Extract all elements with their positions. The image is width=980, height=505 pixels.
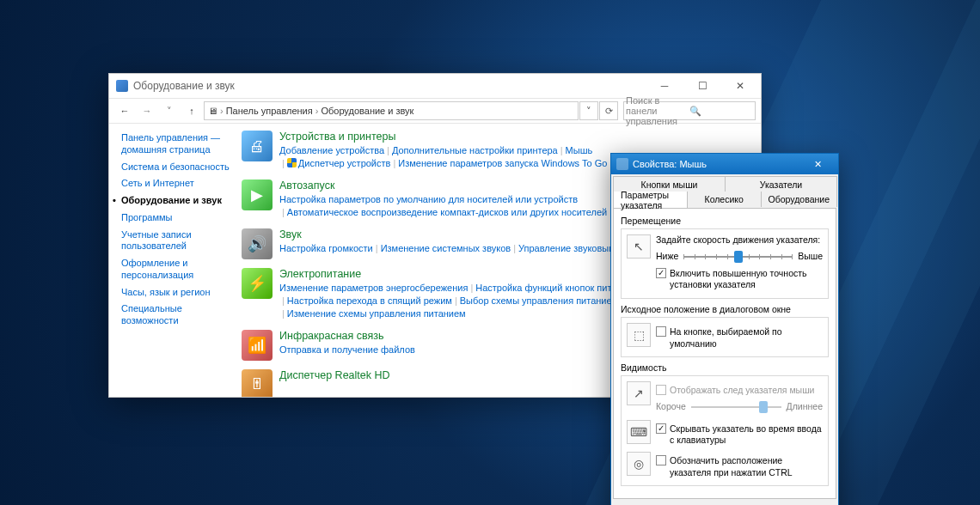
snap-icon: ⬚	[627, 323, 651, 347]
group-visibility: ↗ Отображать след указателя мыши Короче …	[621, 375, 829, 486]
autoplay-icon: ▶	[242, 179, 273, 210]
back-button[interactable]: ←	[114, 100, 135, 121]
forward-button[interactable]: →	[137, 100, 157, 121]
sidebar-item[interactable]: Оформление и персонализация	[121, 258, 231, 282]
sidebar-item[interactable]: Программы	[121, 212, 231, 224]
category-link[interactable]: Настройка перехода в спящий режим	[287, 295, 452, 306]
sidebar-item[interactable]: Специальные возможности	[121, 303, 231, 327]
close-button[interactable]: ✕	[721, 74, 759, 98]
category-title[interactable]: Инфракрасная связь	[279, 330, 415, 342]
maximize-button[interactable]: ☐	[683, 74, 721, 98]
category-link[interactable]: Автоматическое воспроизведение компакт-д…	[287, 207, 607, 217]
group-title-motion: Перемещение	[621, 216, 829, 226]
category-link[interactable]: Добавление устройства	[279, 145, 384, 155]
refresh-button[interactable]: ⟳	[599, 101, 618, 120]
power-icon: ⚡	[242, 268, 273, 299]
devices-icon: 🖨	[242, 131, 273, 161]
dialog-titlebar[interactable]: Свойства: Мышь ✕	[611, 154, 838, 174]
tabs: Кнопки мыши Указатели Параметры указател…	[611, 174, 838, 208]
pointer-speed-icon: ↖	[627, 234, 651, 259]
tab-pointers[interactable]: Указатели	[725, 176, 837, 192]
tab-pointer-options[interactable]: Параметры указателя	[613, 192, 688, 208]
category-title[interactable]: Устройства и принтеры	[279, 131, 607, 143]
category-link[interactable]: Настройка функций кнопок питания	[475, 283, 632, 293]
titlebar[interactable]: Оборудование и звук ─ ☐ ✕	[109, 74, 761, 98]
ctrl-locate-icon: ◎	[627, 452, 651, 476]
slider-min: Ниже	[656, 251, 678, 263]
tab-hardware[interactable]: Оборудование	[761, 192, 837, 207]
checkbox-hide-typing[interactable]: Скрывать указатель во время ввода с клав…	[656, 423, 823, 447]
breadcrumb-item[interactable]: Панель управления	[226, 106, 313, 116]
sound-icon: 🔊	[242, 228, 273, 259]
slider-max: Выше	[798, 251, 823, 263]
addressbar-dropdown[interactable]: ˅	[579, 101, 598, 120]
up-button[interactable]: ↑	[181, 100, 202, 121]
window-title: Оборудование и звук	[133, 80, 235, 92]
tab-wheel[interactable]: Колесико	[687, 192, 762, 207]
checkbox-pointer-trail[interactable]: Отображать след указателя мыши	[656, 385, 823, 397]
category-link[interactable]: Изменение параметров запуска Windows To …	[398, 158, 607, 168]
category-title[interactable]: Диспетчер Realtek HD	[279, 369, 390, 381]
trail-min: Короче	[656, 401, 686, 413]
breadcrumb-item[interactable]: Оборудование и звук	[321, 106, 413, 116]
address-bar: ← → ˅ ↑ 🖥› Панель управления› Оборудован…	[109, 98, 761, 124]
category-link[interactable]: Диспетчер устройств	[298, 158, 391, 168]
group-snap: ⬚ На кнопке, выбираемой по умолчанию	[621, 317, 829, 357]
category-link[interactable]: Отправка и получение файлов	[279, 344, 415, 355]
infrared-icon: 📶	[242, 330, 273, 361]
group-title-snap: Исходное положение в диалоговом окне	[621, 304, 829, 314]
category-title[interactable]: Электропитание	[279, 268, 633, 280]
group-motion: ↖ Задайте скорость движения указателя: Н…	[621, 228, 829, 299]
category-link[interactable]: Изменение схемы управления питанием	[287, 308, 466, 319]
tab-page: Перемещение ↖ Задайте скорость движения …	[613, 208, 836, 499]
sidebar-item[interactable]: Учетные записи пользователей	[121, 229, 231, 253]
search-placeholder: Поиск в панели управления	[626, 95, 689, 126]
recent-dropdown[interactable]: ˅	[159, 100, 180, 121]
category-link[interactable]: Мышь	[566, 145, 593, 155]
pointer-trail-slider	[691, 399, 781, 415]
breadcrumb[interactable]: 🖥› Панель управления› Оборудование и зву…	[204, 101, 579, 120]
pointer-speed-slider[interactable]	[683, 249, 793, 265]
mouse-icon	[616, 158, 628, 170]
trail-icon: ↗	[627, 381, 651, 405]
dialog-title: Свойства: Мышь	[633, 159, 707, 169]
category-link[interactable]: Изменение параметров энергосбережения	[279, 283, 468, 293]
sidebar: Панель управления — домашняя страницаСис…	[109, 124, 238, 397]
checkbox-enhance-precision[interactable]: Включить повышенную точность установки у…	[656, 268, 823, 291]
checkbox-ctrl-locate[interactable]: Обозначить расположение указателя при на…	[656, 455, 823, 478]
dialog-close-button[interactable]: ✕	[800, 155, 835, 173]
category-title[interactable]: Автозапуск	[279, 179, 607, 192]
sidebar-item[interactable]: Сеть и Интернет	[121, 178, 231, 190]
sidebar-item[interactable]: Оборудование и звук	[121, 195, 231, 207]
category-link[interactable]: Настройка громкости	[279, 243, 373, 253]
realtek-icon: 🎚	[242, 369, 273, 397]
checkbox-snap-to[interactable]: На кнопке, выбираемой по умолчанию	[656, 326, 823, 350]
sidebar-item[interactable]: Часы, язык и регион	[121, 287, 231, 299]
search-input[interactable]: Поиск в панели управления 🔍	[623, 101, 756, 120]
category-link[interactable]: Изменение системных звуков	[381, 243, 511, 253]
pointer-speed-label: Задайте скорость движения указателя:	[656, 234, 823, 246]
category-link[interactable]: Выбор схемы управления питанием	[460, 295, 618, 306]
category-link[interactable]: Настройка параметров по умолчанию для но…	[279, 194, 578, 204]
breadcrumb-root-icon: 🖥	[208, 106, 217, 116]
minimize-button[interactable]: ─	[646, 74, 683, 98]
hide-typing-icon: ⌨	[627, 420, 651, 444]
search-icon: 🔍	[689, 106, 753, 117]
category-link[interactable]: Дополнительные настройки принтера	[392, 145, 558, 155]
mouse-properties-dialog: Свойства: Мышь ✕ Кнопки мыши Указатели П…	[610, 153, 839, 505]
group-title-visibility: Видимость	[621, 362, 829, 373]
app-icon	[116, 80, 128, 92]
sidebar-item[interactable]: Система и безопасность	[121, 161, 231, 173]
trail-max: Длиннее	[787, 401, 823, 413]
sidebar-item[interactable]: Панель управления — домашняя страница	[121, 132, 231, 156]
